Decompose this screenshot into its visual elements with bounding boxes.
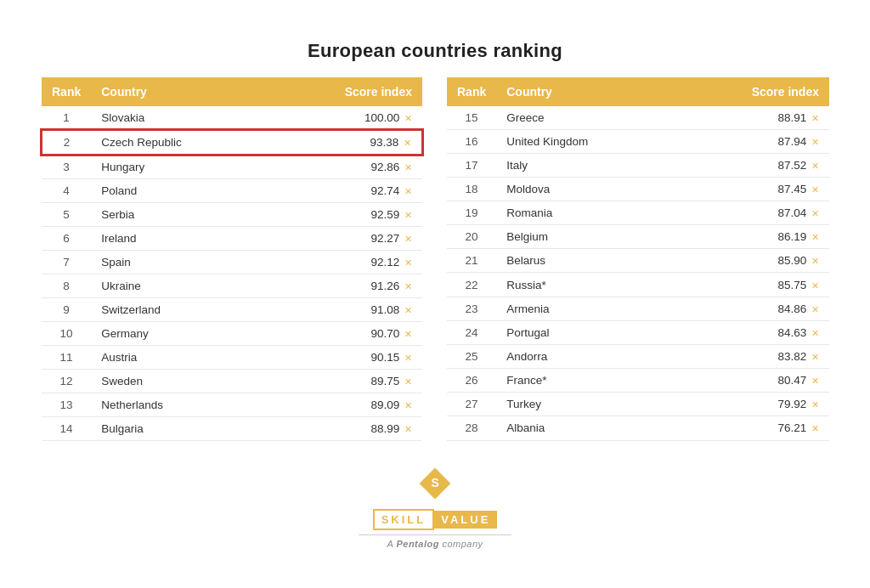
score-cell: 85.90 ✕ [675,249,829,273]
table-row: 8Ukraine91.26 ✕ [42,274,422,297]
pentalog-label: A Pentalog company [359,534,511,549]
country-cell: Armenia [496,297,675,320]
rank-cell: 5 [42,202,91,226]
right-header-rank: Rank [447,77,496,106]
score-cell: 84.63 ✕ [675,320,829,344]
right-table-header-row: Rank Country Score index [447,77,829,106]
score-cell: 88.91 ✕ [675,106,829,130]
right-header-score: Score index [675,77,829,106]
table-row: 1Slovakia100.00 ✕ [42,106,422,130]
score-cell: 87.94 ✕ [675,129,829,153]
country-cell: Switzerland [91,297,268,321]
tables-wrapper: Rank Country Score index 1Slovakia100.00… [27,77,843,441]
country-cell: Russia* [496,273,675,297]
rank-cell: 4 [42,178,91,202]
score-cell: 88.99 ✕ [268,416,422,440]
rank-cell: 1 [42,106,91,130]
country-cell: Ukraine [91,274,268,297]
country-cell: Greece [496,106,675,130]
rank-cell: 15 [447,106,496,130]
rank-cell: 24 [447,320,496,344]
rank-cell: 7 [42,250,91,274]
score-cell: 91.26 ✕ [268,274,422,297]
country-cell: France* [496,369,675,393]
country-cell: Hungary [91,155,268,179]
rank-cell: 2 [42,130,91,155]
table-row: 17Italy87.52 ✕ [447,153,829,177]
table-row: 10Germany90.70 ✕ [42,321,422,345]
page-title: European countries ranking [27,40,843,62]
country-cell: Slovakia [91,106,268,130]
table-row: 22Russia*85.75 ✕ [447,273,829,297]
score-cell: 90.70 ✕ [268,321,422,345]
score-cell: 87.52 ✕ [675,153,829,177]
rank-cell: 13 [42,393,91,416]
country-cell: Germany [91,321,268,345]
country-cell: Spain [91,250,268,274]
rank-cell: 11 [42,345,91,369]
table-row: 11Austria90.15 ✕ [42,345,422,369]
country-cell: Belarus [496,249,675,273]
country-cell: Czech Republic [91,130,268,155]
rank-cell: 17 [447,153,496,177]
country-cell: Moldova [496,177,675,201]
table-row: 7Spain92.12 ✕ [42,250,422,274]
table-row: 23Armenia84.86 ✕ [447,297,829,320]
score-cell: 79.92 ✕ [675,393,829,416]
table-row: 4Poland92.74 ✕ [42,178,422,202]
score-cell: 92.86 ✕ [268,155,422,179]
left-table-header-row: Rank Country Score index [42,77,422,106]
country-cell: United Kingdom [496,129,675,153]
score-cell: 89.75 ✕ [268,369,422,393]
table-row: 24Portugal84.63 ✕ [447,320,829,344]
rank-cell: 14 [42,416,91,440]
country-cell: Serbia [91,202,268,226]
score-cell: 89.09 ✕ [268,393,422,416]
score-cell: 92.12 ✕ [268,250,422,274]
country-cell: Netherlands [91,393,268,416]
score-cell: 92.74 ✕ [268,178,422,202]
rank-cell: 26 [447,369,496,393]
rank-cell: 18 [447,177,496,201]
left-header-rank: Rank [42,77,91,106]
rank-cell: 8 [42,274,91,297]
score-cell: 87.04 ✕ [675,201,829,225]
svg-text:S: S [431,476,438,489]
table-row: 27Turkey79.92 ✕ [447,393,829,416]
score-cell: 83.82 ✕ [675,344,829,368]
table-row: 15Greece88.91 ✕ [447,106,829,130]
score-cell: 80.47 ✕ [675,369,829,393]
country-cell: Andorra [496,344,675,368]
country-cell: Austria [91,345,268,369]
score-cell: 86.19 ✕ [675,225,829,249]
table-row: 20Belgium86.19 ✕ [447,225,829,249]
rank-cell: 22 [447,273,496,297]
table-row: 3Hungary92.86 ✕ [42,155,422,179]
rank-cell: 12 [42,369,91,393]
rank-cell: 23 [447,297,496,320]
rank-cell: 25 [447,344,496,368]
score-cell: 87.45 ✕ [675,177,829,201]
table-row: 16United Kingdom87.94 ✕ [447,129,829,153]
diamond-icon: S [413,461,457,506]
country-cell: Romania [496,201,675,225]
table-row: 25Andorra83.82 ✕ [447,344,829,368]
table-row: 6Ireland92.27 ✕ [42,226,422,250]
table-row: 9Switzerland91.08 ✕ [42,297,422,321]
table-row: 14Bulgaria88.99 ✕ [42,416,422,440]
table-row: 2Czech Republic93.38 ✕ [42,130,422,155]
rank-cell: 27 [447,393,496,416]
score-cell: 85.75 ✕ [675,273,829,297]
footer: S SKILL VALUE A Pentalog company [27,461,843,549]
table-row: 21Belarus85.90 ✕ [447,249,829,273]
score-cell: 90.15 ✕ [268,345,422,369]
rank-cell: 9 [42,297,91,321]
rank-cell: 10 [42,321,91,345]
rank-cell: 6 [42,226,91,250]
score-cell: 92.27 ✕ [268,226,422,250]
score-cell: 93.38 ✕ [268,130,422,155]
right-header-country: Country [496,77,675,106]
right-table: Rank Country Score index 15Greece88.91 ✕… [447,77,829,441]
main-container: European countries ranking Rank Country … [27,40,843,549]
table-row: 18Moldova87.45 ✕ [447,177,829,201]
